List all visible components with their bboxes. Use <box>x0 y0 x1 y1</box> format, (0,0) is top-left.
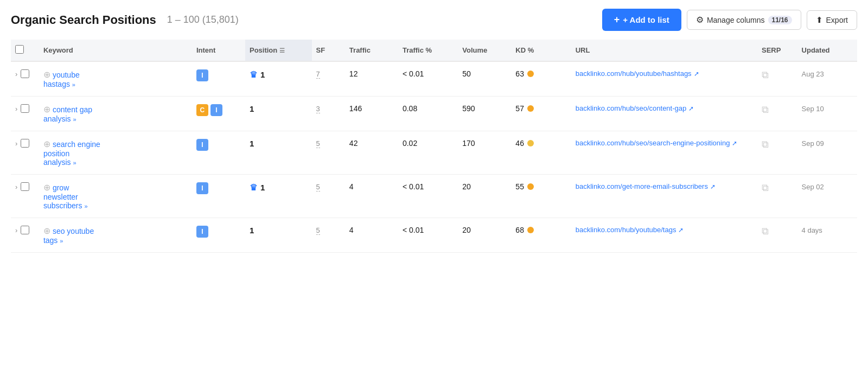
url-link[interactable]: backlinko.com/hub/youtube/hashtags <box>576 69 692 78</box>
th-traffic-pct: Traffic % <box>398 40 458 61</box>
serp-icon[interactable]: ⧉ <box>762 69 769 80</box>
keyword-expand-chevron[interactable]: » <box>72 81 75 88</box>
url-link[interactable]: backlinko.com/hub/seo/content-gap <box>576 104 687 112</box>
table-row: › ⊕search enginepositionanalysis »I15420… <box>11 131 857 175</box>
external-link-icon[interactable]: ➚ <box>688 105 694 112</box>
th-check <box>11 40 39 61</box>
updated-value: Sep 09 <box>802 139 824 148</box>
th-position[interactable]: Position ☰ <box>245 40 312 61</box>
keyword-link-line2[interactable]: hastags <box>43 80 70 88</box>
row-checkbox[interactable] <box>21 226 29 234</box>
traffic-pct-value: < 0.01 <box>403 69 424 78</box>
keyword-link-line2[interactable]: analysis <box>43 114 71 123</box>
th-serp: SERP <box>757 40 797 61</box>
columns-badge: 11/16 <box>768 16 792 24</box>
updated-value: Sep 02 <box>802 183 824 191</box>
intent-badge: I <box>196 139 208 151</box>
intent-badge: C <box>196 104 208 116</box>
traffic-value: 42 <box>349 139 358 148</box>
keyword-link-line3[interactable]: subscribers <box>43 201 82 210</box>
position-value: 1 <box>260 183 265 192</box>
expand-button[interactable]: › <box>15 105 17 112</box>
row-checkbox[interactable] <box>21 139 29 148</box>
volume-value: 20 <box>462 182 471 191</box>
keyword-link-line2[interactable]: position <box>43 149 69 158</box>
serp-icon[interactable]: ⧉ <box>762 182 769 193</box>
results-table: Keyword Intent Position ☰ SF Traffic Tra… <box>11 40 857 253</box>
row-check-cell: › <box>15 226 35 234</box>
keyword-link[interactable]: search engine <box>53 140 100 149</box>
url-link[interactable]: backlinko.com/get-more-email-subscribers <box>576 182 708 190</box>
serp-icon[interactable]: ⧉ <box>762 139 769 150</box>
sf-value: 5 <box>316 183 320 192</box>
table-row: › ⊕seo youtubetags »I154< 0.0120 68 back… <box>11 218 857 253</box>
row-checkbox[interactable] <box>21 182 29 191</box>
updated-value: Aug 23 <box>802 70 824 78</box>
kd-value: 68 <box>515 226 524 234</box>
keyword-link[interactable]: youtube <box>53 71 80 79</box>
select-all-checkbox[interactable] <box>15 45 24 54</box>
th-volume: Volume <box>458 40 511 61</box>
intent-badge: I <box>196 226 208 238</box>
expand-button[interactable]: › <box>15 140 17 147</box>
serp-icon[interactable]: ⧉ <box>762 226 769 237</box>
external-link-icon[interactable]: ➚ <box>678 226 684 234</box>
export-icon: ⬆ <box>816 15 823 25</box>
external-link-icon[interactable]: ➚ <box>694 70 699 78</box>
keyword-expand-chevron[interactable]: » <box>60 238 63 244</box>
intent-badge: I <box>196 69 208 81</box>
row-checkbox[interactable] <box>21 69 29 78</box>
intent-cell: I <box>196 226 241 238</box>
add-keyword-icon[interactable]: ⊕ <box>43 226 50 235</box>
keyword-link-line3[interactable]: analysis <box>43 158 71 167</box>
expand-button[interactable]: › <box>15 71 17 78</box>
url-link[interactable]: backlinko.com/hub/youtube/tags <box>576 226 676 234</box>
keyword-expand-chevron[interactable]: » <box>84 203 87 209</box>
keyword-link[interactable]: content gap <box>53 105 92 114</box>
add-keyword-icon[interactable]: ⊕ <box>43 70 50 79</box>
external-link-icon[interactable]: ➚ <box>710 183 716 190</box>
external-link-icon[interactable]: ➚ <box>732 139 737 147</box>
intent-badge: I <box>196 182 208 194</box>
keyword-expand-chevron[interactable]: » <box>73 159 76 166</box>
kd-cell: 55 <box>515 182 566 191</box>
url-cell: backlinko.com/hub/youtube/hashtags ➚ <box>576 69 753 78</box>
add-keyword-icon[interactable]: ⊕ <box>43 139 50 149</box>
position-cell: 1 <box>250 226 308 235</box>
traffic-value: 12 <box>349 69 358 78</box>
add-to-list-label: + Add to list <box>623 15 669 24</box>
keyword-link[interactable]: seo youtube <box>53 227 94 235</box>
volume-value: 20 <box>462 226 471 234</box>
expand-button[interactable]: › <box>15 227 17 234</box>
traffic-pct-value: < 0.01 <box>403 182 424 191</box>
url-link[interactable]: backlinko.com/hub/seo/search-engine-posi… <box>576 139 730 147</box>
url-cell: backlinko.com/get-more-email-subscribers… <box>576 182 753 190</box>
keyword-link-line2[interactable]: newsletter <box>43 193 78 201</box>
serp-icon[interactable]: ⧉ <box>762 104 769 115</box>
header-actions: + + Add to list ⚙ Manage columns 11/16 ⬆… <box>602 9 857 31</box>
page-title: Organic Search Positions <box>11 13 156 27</box>
add-keyword-icon[interactable]: ⊕ <box>43 105 50 114</box>
kd-cell: 46 <box>515 139 566 148</box>
keyword-link-line2[interactable]: tags <box>43 236 58 245</box>
table-header: Keyword Intent Position ☰ SF Traffic Tra… <box>11 40 857 61</box>
row-checkbox[interactable] <box>21 104 29 113</box>
position-value: 1 <box>260 70 265 79</box>
keyword-expand-chevron[interactable]: » <box>73 116 76 123</box>
sort-icon: ☰ <box>279 47 285 54</box>
kd-dot <box>527 183 534 190</box>
gear-icon: ⚙ <box>696 15 704 25</box>
table-row: › ⊕youtubehastags »I♛1712< 0.0150 63 bac… <box>11 61 857 97</box>
kd-dot <box>527 140 534 146</box>
add-to-list-button[interactable]: + + Add to list <box>602 9 681 31</box>
th-intent: Intent <box>192 40 245 61</box>
manage-columns-button[interactable]: ⚙ Manage columns 11/16 <box>687 10 801 30</box>
th-traffic: Traffic <box>345 40 398 61</box>
position-value: 1 <box>250 139 254 148</box>
expand-button[interactable]: › <box>15 183 17 190</box>
add-keyword-icon[interactable]: ⊕ <box>43 183 50 192</box>
sf-value: 3 <box>316 105 320 113</box>
keyword-link[interactable]: grow <box>53 183 69 192</box>
intent-cell: I <box>196 139 241 151</box>
export-button[interactable]: ⬆ Export <box>807 10 857 30</box>
